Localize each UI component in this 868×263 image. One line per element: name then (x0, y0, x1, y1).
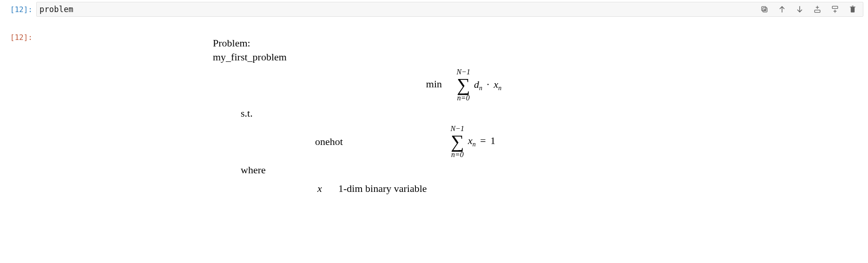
output-cell: [12]: Problem: my_first_problem min N−1 (0, 20, 868, 200)
svg-rect-13 (851, 7, 855, 13)
duplicate-cell-icon[interactable] (760, 5, 769, 14)
move-down-icon[interactable] (795, 5, 804, 14)
objective-expression: min N−1 ∑ n=0 dn · xn (334, 68, 594, 102)
output-area: Problem: my_first_problem min N−1 ∑ n=0 (36, 30, 594, 200)
sum-icon: N−1 ∑ n=0 dn · xn (457, 68, 502, 102)
problem-heading-label: Problem: my_first_problem (213, 36, 334, 64)
cell-toolbar (753, 5, 860, 14)
input-prompt: [12]: (1, 2, 36, 15)
constraint-name: onehot (213, 135, 352, 149)
problem-heading: Problem: my_first_problem (213, 36, 594, 64)
problem-display: Problem: my_first_problem min N−1 ∑ n=0 (213, 36, 594, 195)
objective-row: min N−1 ∑ n=0 dn · xn (213, 68, 594, 102)
subject-to-row: s.t. (213, 106, 594, 120)
problem-name: my_first_problem (213, 51, 287, 63)
svg-rect-6 (815, 10, 820, 13)
code-input-area[interactable]: problem (36, 2, 863, 17)
constraint-row: onehot N−1 ∑ n=0 xn = 1 (213, 125, 594, 158)
objective-min: min (426, 78, 442, 90)
delete-icon[interactable] (848, 5, 857, 14)
variable-description: 1-dim binary variable (334, 182, 594, 196)
svg-rect-9 (832, 6, 838, 8)
insert-below-icon[interactable] (830, 5, 840, 14)
variable-row: x 1-dim binary variable (213, 182, 594, 196)
where-label: where (213, 163, 334, 177)
constraint-expression: N−1 ∑ n=0 xn = 1 (352, 125, 594, 158)
input-cell: [12]: problem (0, 0, 868, 20)
variable-symbol: x (213, 182, 334, 196)
svg-rect-1 (762, 7, 766, 11)
subject-to-label: s.t. (213, 106, 334, 120)
code-input[interactable]: problem (39, 5, 753, 14)
output-prompt: [12]: (1, 30, 36, 43)
insert-above-icon[interactable] (813, 5, 822, 14)
where-row: where (213, 163, 594, 177)
sum-icon: N−1 ∑ n=0 xn = 1 (451, 125, 496, 158)
move-up-icon[interactable] (777, 5, 787, 14)
